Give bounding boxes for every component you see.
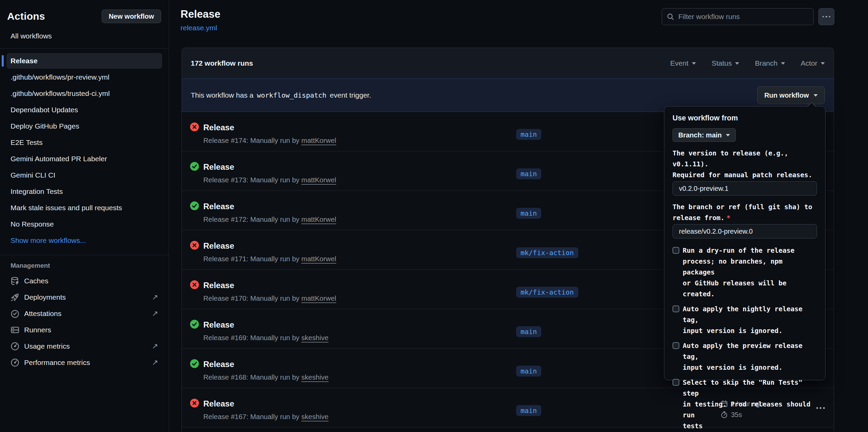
kebab-icon <box>822 16 831 18</box>
run-filter-dropdown[interactable]: Status <box>712 59 739 67</box>
caret-down-icon <box>821 62 825 65</box>
cache-icon <box>11 277 19 285</box>
sidebar-workflow-item-label: .github/workflows/trusted-ci.yml <box>11 89 110 98</box>
sidebar-management-item[interactable]: Performance metrics ↗ <box>6 354 162 371</box>
branch-badge[interactable]: main <box>516 326 541 337</box>
run-actor-link[interactable]: mattKorwel <box>301 294 336 302</box>
run-filter-dropdown[interactable]: Actor <box>801 59 825 67</box>
sidebar-management-item[interactable]: Caches <box>6 273 162 289</box>
run-filter-dropdown[interactable]: Branch <box>755 59 785 67</box>
branch-selector-button[interactable]: Branch: main <box>673 128 736 142</box>
new-workflow-button[interactable]: New workflow <box>102 10 161 23</box>
run-filter-dropdown[interactable]: Event <box>670 59 696 67</box>
sidebar-title: Actions <box>7 11 45 22</box>
sidebar-workflow-item[interactable]: No Response <box>6 216 162 232</box>
version-input-description: The version to release (e.g., v0.1.11). … <box>673 148 817 181</box>
run-workflow-dialog: Use workflow from Branch: main The versi… <box>664 106 826 380</box>
run-workflow-dropdown-button[interactable]: Run workflow <box>757 86 825 104</box>
sidebar-workflow-item[interactable]: Mark stale issues and pull requests <box>6 200 162 216</box>
x-circle-icon <box>190 399 199 408</box>
sidebar-workflow-item[interactable]: Dependabot Updates <box>6 102 162 118</box>
run-title[interactable]: Release <box>203 281 234 290</box>
run-description: Release #168: Manually run by skeshive <box>203 373 328 381</box>
sidebar-workflow-item-label: Deploy GitHub Pages <box>11 122 79 130</box>
runs-panel-header: 172 workflow runs Event Status Branch Ac… <box>182 48 834 79</box>
checkbox[interactable] <box>673 342 679 349</box>
sidebar-workflow-item[interactable]: Integration Tests <box>6 183 162 200</box>
sidebar-workflow-item[interactable]: E2E Tests <box>6 134 162 151</box>
run-description: Release #171: Manually run by mattKorwel <box>203 255 336 263</box>
workflow-file-link[interactable]: release.yml <box>181 24 217 32</box>
banner-text: This workflow has a <box>191 91 253 99</box>
sidebar-workflow-item[interactable]: Deploy GitHub Pages <box>6 118 162 134</box>
sidebar-workflow-item[interactable]: .github/workflows/trusted-ci.yml <box>6 85 162 102</box>
check-circle-icon <box>190 162 199 171</box>
filter-workflow-runs-box <box>662 8 814 25</box>
run-title[interactable]: Release <box>203 399 234 409</box>
sidebar-workflow-item[interactable]: Gemini CLI CI <box>6 167 162 183</box>
checkbox[interactable] <box>673 247 679 254</box>
external-link-icon: ↗ <box>152 342 158 351</box>
sidebar-management-item[interactable]: Usage metrics ↗ <box>6 338 162 354</box>
branch-badge[interactable]: main <box>516 168 541 179</box>
branch-badge[interactable]: main <box>516 129 541 140</box>
page-title: Release <box>181 8 220 20</box>
run-title[interactable]: Release <box>203 241 234 251</box>
branch-badge[interactable]: mk/fix-action <box>516 247 578 258</box>
version-input[interactable] <box>673 181 817 196</box>
x-circle-icon <box>190 280 199 289</box>
sidebar-management-item[interactable]: Deployments ↗ <box>6 289 162 305</box>
sidebar-management-item-label: Usage metrics <box>24 342 70 350</box>
run-actor-link[interactable]: skeshive <box>301 373 328 381</box>
run-filter-label: Status <box>712 59 732 67</box>
sidebar-workflow-item-label: .github/workflows/pr-review.yml <box>11 73 109 81</box>
run-filter-label: Branch <box>755 59 778 67</box>
meter-icon <box>11 358 19 367</box>
run-description: Release #169: Manually run by skeshive <box>203 334 328 342</box>
run-actor-link[interactable]: mattKorwel <box>301 255 336 263</box>
branch-badge[interactable]: main <box>516 405 541 416</box>
sidebar-workflow-item-label: Mark stale issues and pull requests <box>11 204 122 212</box>
run-actor-link[interactable]: mattKorwel <box>301 215 336 223</box>
run-actor-link[interactable]: skeshive <box>301 413 328 420</box>
dialog-checkbox-row: Auto apply the preview release tag, inpu… <box>673 340 817 373</box>
run-actor-link[interactable]: skeshive <box>301 334 328 342</box>
run-title[interactable]: Release <box>203 320 234 330</box>
run-actor-link[interactable]: mattKorwel <box>301 176 336 184</box>
server-icon <box>11 326 19 334</box>
sidebar-item-all-workflows[interactable]: All workflows <box>11 32 52 40</box>
checkbox[interactable] <box>673 305 679 312</box>
ref-description-text: The branch or ref (full git sha) to rele… <box>673 203 812 222</box>
sidebar-management-item[interactable]: Attestations ↗ <box>6 305 162 322</box>
sidebar-workflow-item[interactable]: Gemini Automated PR Labeler <box>6 151 162 167</box>
run-actor-link[interactable]: mattKorwel <box>301 136 336 144</box>
sidebar-workflow-item-label: Gemini CLI CI <box>11 171 55 179</box>
workflow-list: Release .github/workflows/pr-review.yml … <box>0 49 169 249</box>
sidebar-header: Actions New workflow <box>0 0 169 23</box>
caret-down-icon <box>781 62 785 65</box>
run-filter-label: Event <box>670 59 688 67</box>
external-link-icon: ↗ <box>152 293 158 302</box>
run-count: 172 workflow runs <box>191 59 253 67</box>
sidebar-workflow-item[interactable]: Release <box>6 53 162 69</box>
run-title[interactable]: Release <box>203 360 234 369</box>
branch-badge[interactable]: mk/fix-action <box>516 287 578 298</box>
ref-input[interactable] <box>673 224 817 238</box>
sidebar-workflow-item[interactable]: Show more workflows... <box>6 232 162 249</box>
filter-workflow-runs-input[interactable] <box>678 13 809 21</box>
branch-badge[interactable]: main <box>516 366 541 377</box>
sidebar-workflow-item[interactable]: .github/workflows/pr-review.yml <box>6 69 162 85</box>
sidebar-management-item[interactable]: Runners <box>6 322 162 338</box>
x-circle-icon <box>190 122 199 131</box>
management-section-label: Management <box>11 261 169 271</box>
checkbox-label: Run a dry-run of the release process; no… <box>683 245 817 300</box>
required-marker: * <box>727 214 731 222</box>
run-title[interactable]: Release <box>203 123 234 132</box>
branch-badge[interactable]: main <box>516 208 541 219</box>
workflow-options-button[interactable] <box>818 8 834 25</box>
dialog-checkbox-group: Run a dry-run of the release process; no… <box>673 245 817 432</box>
run-title[interactable]: Release <box>203 202 234 211</box>
run-title[interactable]: Release <box>203 162 234 172</box>
external-link-icon: ↗ <box>152 309 158 318</box>
checkbox[interactable] <box>673 379 679 386</box>
